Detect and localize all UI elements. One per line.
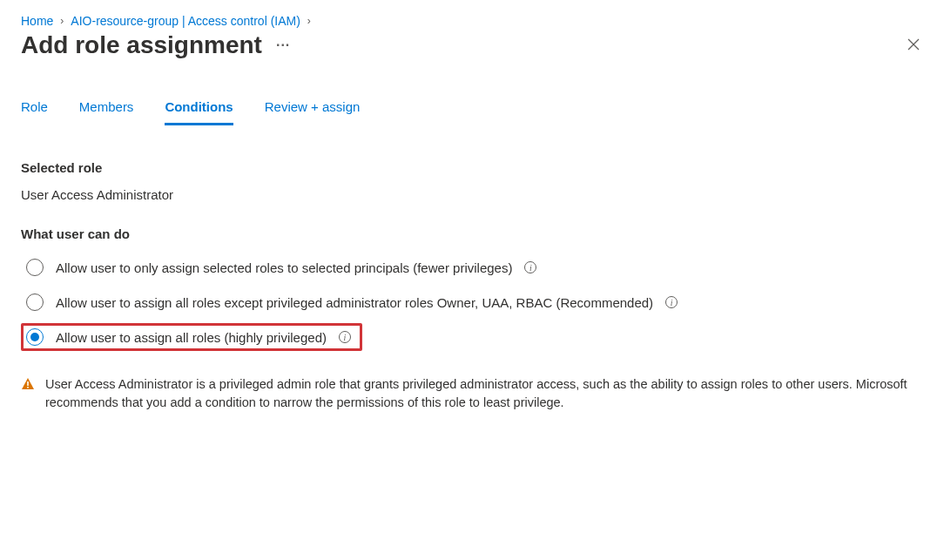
- breadcrumb-home[interactable]: Home: [21, 14, 53, 28]
- constrain-radio-group: Allow user to only assign selected roles…: [21, 253, 923, 351]
- close-button[interactable]: [904, 34, 923, 57]
- info-icon[interactable]: i: [524, 261, 536, 273]
- radio-label: Allow user to assign all roles (highly p…: [56, 330, 327, 345]
- svg-rect-2: [27, 381, 29, 386]
- warning-icon: [21, 377, 35, 412]
- selected-role-label: Selected role: [21, 160, 923, 175]
- radio-icon: [26, 259, 44, 276]
- radio-label: Allow user to only assign selected roles…: [56, 260, 512, 275]
- page-title: Add role assignment ···: [21, 31, 290, 59]
- svg-rect-3: [27, 387, 29, 388]
- chevron-right-icon: ›: [307, 15, 311, 27]
- warning-text: User Access Administrator is a privilege…: [45, 375, 923, 412]
- radio-label: Allow user to assign all roles except pr…: [56, 295, 653, 310]
- page-header: Add role assignment ···: [21, 31, 923, 59]
- tab-members[interactable]: Members: [79, 94, 134, 125]
- radio-option-selected-roles[interactable]: Allow user to only assign selected roles…: [21, 253, 923, 281]
- tabs: Role Members Conditions Review + assign: [21, 94, 923, 125]
- info-icon[interactable]: i: [665, 296, 678, 308]
- tab-review-assign[interactable]: Review + assign: [265, 94, 361, 125]
- more-actions-button[interactable]: ···: [276, 37, 290, 53]
- radio-option-all-roles[interactable]: Allow user to assign all roles (highly p…: [21, 323, 362, 351]
- warning-message: User Access Administrator is a privilege…: [21, 375, 923, 412]
- breadcrumb-resource[interactable]: AIO-resource-group | Access control (IAM…: [71, 14, 300, 28]
- tab-role[interactable]: Role: [21, 94, 48, 125]
- close-icon: [907, 37, 920, 54]
- radio-icon: [26, 293, 44, 311]
- chevron-right-icon: ›: [60, 15, 64, 27]
- tab-conditions[interactable]: Conditions: [165, 94, 233, 125]
- page-title-text: Add role assignment: [21, 31, 262, 59]
- radio-icon: [26, 328, 44, 346]
- breadcrumb: Home › AIO-resource-group | Access contr…: [21, 14, 923, 28]
- what-user-can-do-label: What user can do: [21, 226, 923, 241]
- info-icon[interactable]: i: [339, 331, 351, 343]
- radio-option-except-privileged[interactable]: Allow user to assign all roles except pr…: [21, 288, 923, 316]
- selected-role-value: User Access Administrator: [21, 187, 923, 202]
